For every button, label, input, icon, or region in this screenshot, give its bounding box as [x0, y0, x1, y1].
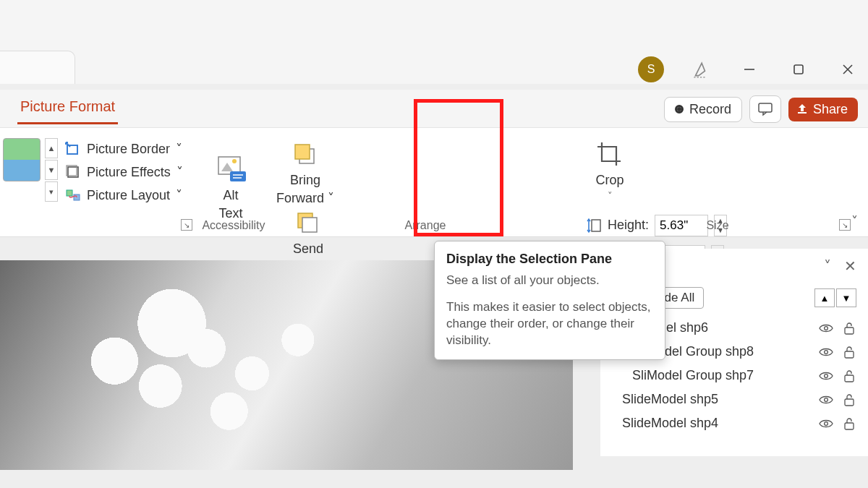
send-backward-label-1: Send: [293, 241, 323, 257]
taskpane-close[interactable]: ✕: [844, 257, 856, 275]
chevron-down-icon: ˅: [328, 191, 334, 205]
svg-rect-5: [798, 112, 807, 114]
object-list-item[interactable]: SliModel Group shp7: [612, 364, 856, 388]
svg-rect-4: [759, 103, 772, 112]
selection-pane-tooltip: Display the Selection Pane See a list of…: [434, 241, 665, 360]
picture-layout-icon: [65, 187, 81, 203]
titlebar-controls: S: [638, 56, 861, 82]
style-commands: Picture Border ˅ Picture Effects ˅ Pictu…: [65, 138, 183, 203]
move-up-button[interactable]: ▲: [814, 288, 835, 307]
visibility-icon[interactable]: [819, 347, 833, 357]
gallery-down[interactable]: ▼: [45, 160, 58, 180]
object-list-item[interactable]: SlideModel shp5: [612, 388, 856, 411]
svg-rect-14: [230, 171, 246, 181]
crop-icon: [592, 138, 627, 170]
picture-effects-label: Picture Effects: [87, 165, 171, 180]
lock-icon[interactable]: [843, 346, 855, 359]
bring-forward-icon: [288, 138, 323, 170]
share-button[interactable]: Share: [788, 98, 858, 121]
tooltip-line2: This makes it easier to select objects, …: [446, 299, 653, 349]
alt-text-label-1: Alt: [223, 188, 238, 203]
svg-rect-33: [845, 328, 854, 334]
svg-point-34: [825, 350, 828, 354]
size-group-label: Size: [580, 219, 855, 232]
svg-rect-1: [794, 65, 803, 74]
record-icon: [675, 105, 684, 114]
visibility-icon[interactable]: [819, 371, 833, 381]
user-avatar[interactable]: S: [638, 56, 664, 82]
svg-point-40: [825, 421, 828, 425]
minimize-button[interactable]: [736, 56, 762, 82]
object-label: SlideModel shp5: [613, 392, 718, 407]
picture-layout-label: Picture Layout: [87, 188, 170, 203]
gallery-more[interactable]: ▾: [45, 181, 58, 202]
visibility-icon[interactable]: [819, 419, 833, 429]
bring-forward-button[interactable]: Bring Forward ˅: [273, 138, 337, 205]
accessibility-group: Alt Text Accessibility: [197, 128, 271, 236]
picture-border-icon: [65, 141, 81, 157]
visibility-icon[interactable]: [819, 323, 833, 333]
object-list-item[interactable]: SlideModel shp4: [612, 411, 856, 435]
lock-icon[interactable]: [843, 417, 855, 430]
style-thumb[interactable]: [3, 138, 41, 181]
chevron-down-icon: ˅: [176, 187, 182, 203]
chevron-down-icon: ˅: [176, 141, 182, 157]
share-label: Share: [813, 102, 848, 117]
crop-button[interactable]: Crop ˅: [586, 138, 634, 202]
ribbon-collapse-button[interactable]: ˅: [851, 213, 858, 229]
accessibility-group-label: Accessibility: [197, 219, 271, 232]
comments-button[interactable]: [749, 95, 781, 123]
bring-forward-label-2: Forward: [276, 191, 324, 205]
picture-styles-gallery[interactable]: [3, 138, 41, 181]
arrange-group: Bring Forward ˅ Send Backward ˅ Selectio…: [271, 128, 580, 236]
share-icon: [796, 103, 809, 116]
size-launcher[interactable]: ↘: [839, 219, 851, 231]
size-group: Crop ˅ Height: ▲▼ Width: ▲▼ Size ↘: [580, 128, 855, 236]
record-button[interactable]: Record: [664, 97, 742, 122]
object-label: SliModel Group shp7: [613, 368, 754, 383]
taskpane-chevron[interactable]: ˅: [824, 257, 831, 275]
record-label: Record: [689, 102, 731, 117]
svg-point-32: [825, 326, 828, 330]
reorder-buttons: ▲ ▼: [814, 288, 856, 307]
coming-soon-icon[interactable]: [687, 56, 713, 82]
svg-rect-35: [845, 351, 854, 358]
picture-styles-group: ▲ ▼ ▾ Picture Border ˅ Picture Effects ˅…: [0, 128, 197, 236]
ribbon-right-controls: Record Share: [664, 95, 858, 123]
lock-icon[interactable]: [843, 393, 855, 406]
move-down-button[interactable]: ▼: [836, 288, 856, 307]
filename-tab[interactable]: [0, 51, 75, 84]
lock-icon[interactable]: [843, 369, 855, 382]
crop-label: Crop: [595, 173, 624, 188]
tab-picture-format[interactable]: Picture Format: [17, 93, 118, 124]
svg-point-36: [825, 374, 828, 377]
svg-rect-37: [845, 375, 854, 382]
alt-text-icon: [213, 153, 248, 185]
picture-effects-button[interactable]: Picture Effects ˅: [65, 164, 183, 180]
svg-rect-9: [67, 190, 72, 196]
tooltip-title: Display the Selection Pane: [446, 252, 653, 267]
object-label: SlideModel shp4: [613, 416, 718, 431]
alt-text-button[interactable]: Alt Text: [197, 153, 265, 221]
picture-border-button[interactable]: Picture Border ˅: [65, 141, 183, 157]
ribbon-tab-row: Picture Format Record Share: [0, 90, 868, 127]
chevron-down-icon: ˅: [608, 191, 613, 202]
gallery-scroll: ▲ ▼ ▾: [45, 138, 58, 202]
close-button[interactable]: [835, 56, 861, 82]
svg-point-38: [825, 398, 828, 401]
picture-layout-button[interactable]: Picture Layout ˅: [65, 187, 183, 203]
bring-forward-label-1: Bring: [290, 173, 320, 188]
svg-rect-18: [295, 145, 310, 159]
gallery-up[interactable]: ▲: [45, 138, 58, 158]
svg-rect-41: [845, 423, 854, 429]
styles-launcher[interactable]: ↘: [181, 219, 192, 231]
svg-rect-6: [67, 145, 77, 154]
svg-rect-39: [845, 399, 854, 406]
ribbon: ▲ ▼ ▾ Picture Border ˅ Picture Effects ˅…: [0, 127, 868, 237]
chevron-down-icon: ˅: [176, 164, 183, 180]
maximize-button[interactable]: [786, 56, 812, 82]
picture-border-label: Picture Border: [87, 142, 170, 157]
visibility-icon[interactable]: [819, 395, 833, 405]
lock-icon[interactable]: [843, 322, 855, 335]
svg-point-13: [232, 159, 237, 163]
